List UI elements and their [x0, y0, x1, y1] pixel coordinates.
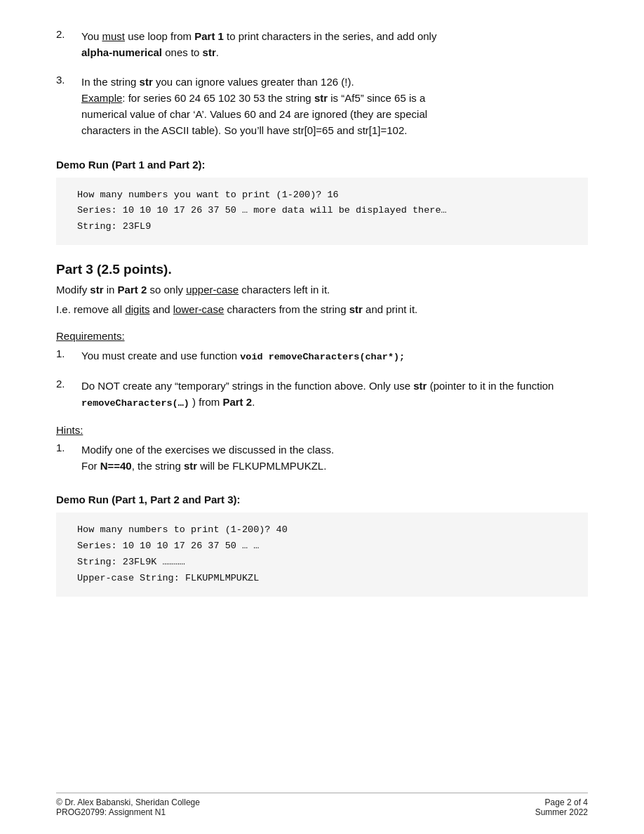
hint-item-1-content: Modify one of the exercises we discussed…	[81, 442, 588, 475]
item-3-line4: characters in the ASCII table). So you’l…	[81, 124, 407, 136]
req2-bold2: Part 2	[222, 396, 252, 408]
item-3-line3: numerical value of char ‘A’. Values 60 a…	[81, 108, 427, 120]
item-3-line2-rest: : for series 60 24 65 102 30 53 the stri…	[122, 92, 314, 104]
req1-text1: You must create and use function	[81, 350, 240, 362]
req2-code: removeCharacters(…)	[81, 398, 189, 409]
part3-l1-2: in	[104, 284, 118, 296]
req2-text3: ) from	[189, 396, 223, 408]
item-2-text3: to print characters in the series, and a…	[224, 30, 437, 42]
part3-l1-4: characters left in it.	[239, 284, 330, 296]
item-2-num: 2.	[56, 28, 76, 61]
part-3-section: Part 3 (2.5 points). Modify str in Part …	[56, 262, 588, 317]
footer-left-2: PROG20799: Assignment N1	[56, 807, 200, 817]
hint1-text4: will be FLKUPMLMPUKZL.	[197, 460, 326, 472]
item-2: 2. You must use loop from Part 1 to prin…	[56, 28, 588, 61]
requirements-label: Requirements:	[56, 330, 588, 342]
req-item-2-num: 2.	[56, 378, 76, 411]
req1-code: void removeCharacters(char*);	[240, 352, 405, 362]
footer-right: Page 2 of 4 Summer 2022	[535, 797, 588, 817]
part-3-title: Part 3 (2.5 points).	[56, 262, 588, 277]
part3-l2-bold: str	[349, 303, 363, 315]
item-2-must: must	[102, 30, 125, 42]
footer-left: © Dr. Alex Babanski, Sheridan College PR…	[56, 797, 200, 817]
hint1-text3: , the string	[132, 460, 184, 472]
item-2-text4: ones to	[162, 46, 203, 58]
item-2-text5: .	[216, 46, 219, 58]
footer-right-1: Page 2 of 4	[535, 797, 588, 807]
item-3-content: In the string str you can ignore values …	[81, 74, 588, 139]
item-3-str: str	[140, 76, 153, 88]
part-3-line2: I.e. remove all digits and lower-case ch…	[56, 301, 588, 317]
req2-bold: str	[413, 380, 427, 392]
req2-text2: (pointer to it in the function	[427, 380, 554, 392]
req-item-2-content: Do NOT create any “temporary” strings in…	[81, 378, 588, 411]
demo-run-2-code: How many numbers to print (1-200)? 40 Se…	[56, 512, 588, 597]
part3-l2-under1: digits	[125, 303, 149, 315]
hint1-n40: N==40	[100, 460, 132, 472]
demo-run-2-section: Demo Run (Part 1, Part 2 and Part 3): Ho…	[56, 494, 588, 597]
requirements-section: Requirements: 1. You must create and use…	[56, 330, 588, 411]
part-3-line1: Modify str in Part 2 so only upper-case …	[56, 282, 588, 298]
demo-run-1-code: How many numbers you want to print (1-20…	[56, 178, 588, 246]
hint-item-1-num: 1.	[56, 442, 76, 475]
item-2-text1: You	[81, 30, 102, 42]
demo-run-2-title: Demo Run (Part 1, Part 2 and Part 3):	[56, 494, 588, 505]
hints-section: Hints: 1. Modify one of the exercises we…	[56, 424, 588, 475]
req-item-2: 2. Do NOT create any “temporary” strings…	[56, 378, 588, 411]
footer-right-2: Summer 2022	[535, 807, 588, 817]
part3-l1-3: so only	[147, 284, 186, 296]
part3-l2-under2: lower-case	[173, 303, 224, 315]
req2-text4: .	[252, 396, 255, 408]
part3-l1-under: upper-case	[186, 284, 239, 296]
hint-item-1: 1. Modify one of the exercises we discus…	[56, 442, 588, 475]
part3-l1-b2: Part 2	[118, 284, 147, 296]
demo-run-1-section: Demo Run (Part 1 and Part 2): How many n…	[56, 159, 588, 246]
item-2-content: You must use loop from Part 1 to print c…	[81, 28, 588, 61]
req-item-1-num: 1.	[56, 348, 76, 365]
req2-text1: Do NOT create any “temporary” strings in…	[81, 380, 413, 392]
item-3-str2: str	[314, 92, 328, 104]
page: 2. You must use loop from Part 1 to prin…	[0, 0, 644, 834]
item-3-line2-end: is “Af5” since 65 is a	[328, 92, 425, 104]
item-2-text2: use loop from	[125, 30, 194, 42]
part3-l2-3: characters from the string	[224, 303, 349, 315]
req-item-1: 1. You must create and use function void…	[56, 348, 588, 365]
part3-l1-b1: str	[90, 284, 103, 296]
part3-l2-2: and	[149, 303, 173, 315]
req-item-1-content: You must create and use function void re…	[81, 348, 588, 365]
footer-left-1: © Dr. Alex Babanski, Sheridan College	[56, 797, 200, 807]
hint1-str: str	[184, 460, 197, 472]
item-2-bold1: Part 1	[194, 30, 224, 42]
item-3: 3. In the string str you can ignore valu…	[56, 74, 588, 139]
hint1-line1: Modify one of the exercises we discussed…	[81, 444, 334, 456]
item-3-example: Example	[81, 92, 122, 104]
part3-l2-4: and print it.	[363, 303, 417, 315]
item-3-num: 3.	[56, 74, 76, 139]
item-2-bold3: str	[203, 46, 216, 58]
hint1-for: For	[81, 460, 100, 472]
item-3-line1-1: In the string	[81, 76, 140, 88]
item-3-line1-2: you can ignore values greater than 126 (…	[153, 76, 354, 88]
item-2-bold2: alpha-numerical	[81, 46, 162, 58]
demo-run-1-title: Demo Run (Part 1 and Part 2):	[56, 159, 588, 171]
hints-label: Hints:	[56, 424, 588, 436]
footer: © Dr. Alex Babanski, Sheridan College PR…	[56, 793, 588, 817]
part3-l2-1: I.e. remove all	[56, 303, 125, 315]
part3-l1-1: Modify	[56, 284, 90, 296]
